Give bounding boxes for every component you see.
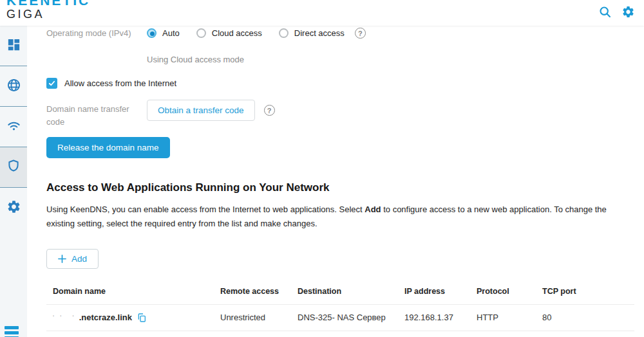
sidebar-nav (0, 26, 27, 337)
operating-mode-row: Operating mode (IPv4) Auto Cloud access … (46, 27, 634, 40)
router-admin-page: KEENETIC GIGA (0, 0, 644, 337)
ip-address-cell: 192.168.1.37 (398, 304, 470, 331)
protocol-cell: HTTP (470, 304, 536, 331)
tcp-port-cell: 80 (536, 331, 634, 337)
ip-address-cell: 192.168.1.128 (398, 331, 470, 337)
transfer-code-row: Domain name transfer code Obtain a trans… (46, 100, 634, 129)
add-button-label: Add (71, 254, 87, 264)
column-header-protocol: Protocol (470, 279, 536, 305)
sidebar-item-security[interactable] (0, 147, 27, 187)
column-header-ip-address: IP address (398, 279, 470, 305)
column-header-domain: Domain name (46, 279, 214, 305)
help-icon[interactable]: ? (264, 105, 275, 116)
redacted-domain-prefix: ' ' ' (53, 314, 75, 322)
column-header-destination: Destination (291, 279, 398, 305)
webapps-table: Domain name Remote access Destination IP… (46, 279, 634, 337)
allow-access-label: Allow access from the Internet (64, 78, 176, 88)
add-button[interactable]: Add (46, 249, 99, 269)
sidebar-item-settings[interactable] (0, 187, 27, 228)
column-header-remote-access: Remote access (214, 279, 291, 305)
transfer-code-label: Domain name transfer code (46, 100, 147, 129)
logo-brand: KEENETIC (6, 0, 90, 7)
logo-model: GIGA (6, 8, 90, 20)
radio-direct-access[interactable]: Direct access (279, 28, 345, 38)
wifi-icon (6, 118, 21, 136)
keenetic-logo: KEENETIC GIGA (6, 0, 90, 20)
allow-access-checkbox-row[interactable]: Allow access from the Internet (46, 78, 634, 89)
checkbox-checked-icon[interactable] (46, 78, 57, 89)
protocol-cell: HTTP (470, 331, 536, 337)
operating-mode-label: Operating mode (IPv4) (46, 27, 147, 40)
release-domain-button[interactable]: Release the domain name (46, 137, 170, 158)
main-content: Operating mode (IPv4) Auto Cloud access … (27, 26, 644, 337)
radio-direct-circle[interactable] (279, 28, 289, 38)
radio-cloud-label: Cloud access (212, 28, 262, 38)
column-header-tcp-port: TCP port (536, 279, 634, 305)
topbar-actions (598, 5, 635, 19)
search-icon[interactable] (598, 5, 612, 19)
mode-status-text: Using Cloud access mode (147, 55, 634, 64)
sidebar-item-internet[interactable] (0, 66, 27, 106)
remote-access-cell: Unrestricted (214, 304, 291, 331)
sidebar-item-dashboard[interactable] (0, 26, 27, 66)
radio-cloud-circle[interactable] (196, 28, 206, 38)
gear-icon (6, 199, 21, 217)
description-text: Using KeenDNS, you can enable access fro… (46, 205, 365, 214)
plus-icon (58, 255, 66, 263)
destination-cell: DNS-325- NAS Сервер (291, 304, 398, 331)
tcp-port-cell: 80 (536, 304, 634, 331)
obtain-transfer-code-button[interactable]: Obtain a transfer code (147, 100, 255, 121)
dashboard-icon (6, 37, 21, 55)
radio-direct-label: Direct access (294, 28, 345, 38)
domain-name: .netcraze.link (79, 313, 132, 322)
radio-auto[interactable]: Auto (147, 28, 180, 38)
radio-cloud-access[interactable]: Cloud access (196, 28, 262, 38)
globe-icon (6, 78, 21, 95)
table-row[interactable]: ' ' ' .netcraze.link Unrestricted DNS-32… (46, 304, 634, 331)
table-header-row: Domain name Remote access Destination IP… (46, 279, 634, 305)
destination-cell: server - Home network (291, 331, 398, 337)
shield-icon (6, 159, 21, 176)
menu-icon[interactable] (5, 326, 19, 337)
table-row[interactable]: · ·· · · d.netcraze.link Unrestricted se… (46, 331, 634, 337)
radio-auto-label: Auto (162, 28, 180, 38)
remote-access-cell: Unrestricted (214, 331, 291, 337)
description-bold-add: Add (365, 205, 381, 214)
domain-cell: ' ' ' .netcraze.link (53, 313, 207, 323)
sidebar-spacer (0, 228, 27, 337)
gear-icon[interactable] (621, 5, 635, 19)
sidebar-item-wifi[interactable] (0, 106, 27, 147)
operating-mode-radio-group: Auto Cloud access Direct access ? (147, 27, 366, 39)
copy-icon[interactable] (137, 313, 147, 323)
radio-auto-circle[interactable] (147, 28, 156, 38)
help-icon[interactable]: ? (355, 28, 366, 39)
webapps-section-title: Access to Web Applications Running on Yo… (46, 181, 634, 194)
webapps-description: Using KeenDNS, you can enable access fro… (46, 203, 634, 231)
top-bar: KEENETIC GIGA (0, 0, 644, 26)
